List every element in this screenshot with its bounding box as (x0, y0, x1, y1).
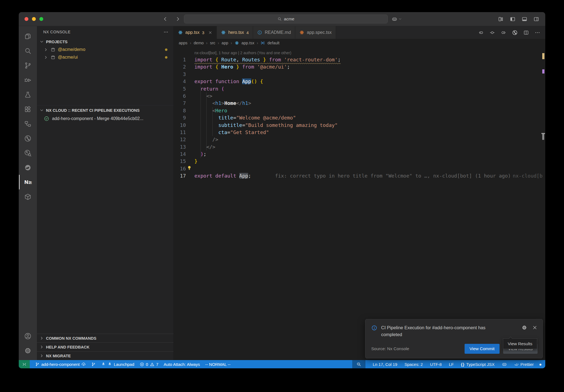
notification-settings-button[interactable] (522, 325, 527, 330)
indent-guide (206, 92, 207, 151)
status-zoom-indicator[interactable] (352, 360, 365, 368)
chevron-down-icon (398, 17, 402, 21)
activity-item-nx-console[interactable]: N≥ (19, 175, 37, 189)
copilot-status-icon[interactable] (502, 362, 507, 367)
code-line-7[interactable]: 7 <h1>Home</h1> (174, 100, 545, 107)
close-window-button[interactable] (25, 17, 28, 21)
tab-app-spec-tsx[interactable]: app.spec.tsx (295, 26, 336, 39)
project-item--acme-demo[interactable]: @acme/demo (37, 46, 173, 53)
history-forward-button[interactable] (175, 16, 181, 22)
notification-close-button[interactable] (532, 325, 538, 330)
status-indentation[interactable]: Spaces: 2 (405, 362, 423, 367)
nav-current-button[interactable] (489, 30, 495, 36)
code-line-13[interactable]: 13 </> (174, 143, 545, 151)
customize-layout-button[interactable] (498, 16, 504, 22)
status-branch[interactable]: add-hero-component (35, 362, 86, 367)
code-line-4[interactable]: 4export function App() { (174, 78, 545, 85)
remote-indicator[interactable] (19, 360, 30, 368)
tab-hero-tsx[interactable]: hero.tsx4 (217, 26, 253, 39)
code-line-15[interactable]: 15} (174, 158, 545, 165)
nav-next-button[interactable] (501, 30, 506, 36)
code-line-2[interactable]: 2import { Hero } from '@acme/ui'; (174, 63, 545, 70)
command-center-search[interactable]: acme (184, 15, 388, 23)
pipeline-execution-item[interactable]: add-hero-component - Merge 409b44e5cb02.… (37, 114, 173, 123)
line-number: 2 (174, 63, 186, 70)
code-line-14[interactable]: 14 ); (174, 151, 545, 158)
tab-label: app.tsx (185, 30, 200, 35)
activity-item-ci-pipeline[interactable] (19, 131, 37, 146)
code-line-5[interactable]: 5 return ( (174, 85, 545, 92)
activity-item-accounts[interactable] (19, 329, 37, 343)
projects-section-header[interactable]: PROJECTS (37, 38, 173, 46)
nav-previous-button[interactable] (478, 30, 484, 36)
indent-guide (200, 85, 201, 158)
status-cursor-position[interactable]: Ln 17, Col 19 (373, 362, 397, 367)
code-line-11[interactable]: 11 cta="Get Started" (174, 129, 545, 136)
activity-item-search[interactable] (19, 43, 37, 58)
code-line-6[interactable]: 6 <> (174, 92, 545, 100)
code-editor[interactable]: nx-cloud[bot], 1 hour ago | 2 authors (Y… (174, 47, 545, 360)
status-launchpad[interactable]: Launchpad (101, 362, 134, 367)
activity-item-explorer[interactable] (19, 29, 37, 43)
nx-cloud-section-header[interactable]: NX CLOUD :: RECENT CI PIPELINE EXECUTION… (37, 106, 173, 114)
toggle-panel-button[interactable] (522, 16, 527, 22)
package-icon (51, 47, 55, 52)
publish-changes-icon (81, 362, 86, 367)
code-line-9[interactable]: 9 title="Welcome @acme/demo" (174, 114, 545, 121)
code-line-10[interactable]: 10 subtitle="Build something amazing tod… (174, 122, 545, 129)
activity-item-settings[interactable] (19, 343, 37, 358)
activity-item-source-control[interactable] (19, 58, 37, 73)
breadcrumb-item-demo[interactable]: demo (194, 41, 204, 45)
code-line-3[interactable]: 3 (174, 71, 545, 78)
maximize-window-button[interactable] (39, 17, 43, 21)
tab-README-md[interactable]: README.md (253, 26, 295, 39)
breadcrumb-item-src[interactable]: src (210, 41, 215, 45)
status-auto-attach[interactable]: Auto Attach: Always (164, 362, 200, 367)
activity-item-code-review[interactable] (19, 146, 37, 160)
sidebar-section-help-and-feedback[interactable]: HELP AND FEEDBACK (37, 342, 173, 351)
status-problems[interactable]: 0 7 (140, 362, 159, 367)
toggle-secondary-sidebar-button[interactable] (533, 16, 539, 22)
sidebar-more-actions-button[interactable] (163, 29, 169, 35)
status-formatter[interactable]: Prettier (514, 362, 534, 367)
breadcrumb-item-app-tsx[interactable]: app.tsx (242, 41, 254, 45)
line-number: 12 (174, 136, 186, 143)
breadcrumb-item-app[interactable]: app (222, 41, 228, 45)
tab-dirty-badge: 4 (246, 30, 249, 35)
code-line-12[interactable]: 12 /> (174, 136, 545, 143)
status-eol[interactable]: LF (449, 362, 454, 367)
breadcrumb-item-apps[interactable]: apps (179, 41, 187, 45)
editor-more-actions-button[interactable] (535, 30, 540, 36)
status-git-graph[interactable] (91, 362, 96, 367)
split-editor-button[interactable] (523, 30, 529, 36)
activity-item-run-debug[interactable] (19, 73, 37, 87)
minimize-window-button[interactable] (32, 17, 36, 21)
view-commit-button[interactable]: View Commit (465, 344, 500, 354)
zoom-out-icon (356, 362, 361, 367)
lightbulb-icon[interactable] (186, 165, 192, 171)
activity-item-nx-project-graph[interactable] (19, 116, 37, 131)
code-line-1[interactable]: 1import { Route, Routes } from 'react-ro… (174, 56, 545, 63)
status-language-mode[interactable]: {} TypeScript JSX (461, 362, 494, 367)
close-icon[interactable] (208, 31, 212, 35)
sidebar-section-common-nx-commands[interactable]: COMMON NX COMMANDS (37, 334, 173, 342)
activity-item-edge-browser[interactable] (19, 160, 37, 175)
breadcrumb-item-default[interactable]: default (267, 41, 280, 45)
project-item--acme-ui[interactable]: @acme/ui (37, 53, 173, 61)
history-back-button[interactable] (162, 16, 168, 22)
chevron-down-icon (39, 108, 44, 113)
code-line-8[interactable]: 8 <Hero (174, 107, 545, 114)
activity-item-extensions[interactable] (19, 102, 37, 116)
activity-item-testing[interactable] (19, 87, 37, 102)
project-label: @acme/demo (58, 47, 85, 52)
activity-item-containers[interactable] (19, 189, 37, 204)
tab-app-tsx[interactable]: app.tsx3 (174, 26, 217, 39)
run-ci-pipeline-button[interactable] (512, 30, 518, 36)
sidebar-section-nx-migrate[interactable]: NX MIGRATE (37, 351, 173, 360)
code-line-17[interactable]: 17export default App; fix: correct typo … (174, 172, 545, 179)
status-encoding[interactable]: UTF-8 (430, 362, 442, 367)
code-line-16[interactable]: 16 (174, 165, 545, 172)
line-content: <> (194, 93, 212, 99)
toggle-primary-sidebar-button[interactable] (510, 16, 516, 22)
copilot-menu[interactable] (392, 16, 402, 22)
